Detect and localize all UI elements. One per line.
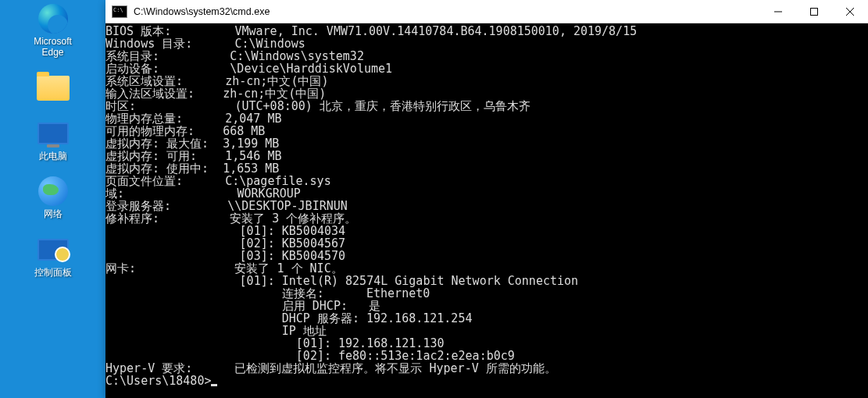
terminal-output[interactable]: BIOS 版本: VMware, Inc. VMW71.00V.14410784…: [105, 23, 868, 398]
terminal-line: [01]: KB5004034: [105, 225, 868, 237]
terminal-line: 系统区域设置: zh-cn;中文(中国): [105, 75, 868, 87]
terminal-line: Windows 目录: C:\Windows: [105, 37, 868, 50]
terminal-prompt[interactable]: C:\Users\18480>: [105, 375, 868, 387]
close-button[interactable]: [832, 0, 868, 23]
desktop-icon-folder[interactable]: [23, 73, 83, 104]
desktop-label: 此电脑: [23, 151, 83, 162]
desktop-label: 网络: [23, 208, 83, 219]
desktop-label: Microsoft Edge: [23, 36, 83, 59]
pc-icon: [36, 118, 70, 149]
terminal-line: Hyper-V 要求: 已检测到虚拟机监控程序。将不显示 Hyper-V 所需的…: [105, 362, 868, 375]
terminal-line: 虚拟内存: 使用中: 1,653 MB: [105, 162, 868, 175]
terminal-line: [01]: 192.168.121.130: [105, 337, 868, 350]
terminal-line: [02]: fe80::513e:1ac2:e2ea:b0c9: [105, 350, 868, 362]
terminal-line: 时区: (UTC+08:00) 北京，重庆，香港特别行政区，乌鲁木齐: [105, 100, 868, 112]
terminal-line: 可用的物理内存: 668 MB: [105, 125, 868, 137]
network-icon: [36, 176, 70, 207]
desktop-icon-this-pc[interactable]: 此电脑: [23, 118, 83, 162]
control-panel-icon: [36, 234, 70, 265]
minimize-button[interactable]: [760, 0, 796, 23]
terminal-line: [03]: KB5004570: [105, 250, 868, 262]
terminal-line: DHCP 服务器: 192.168.121.254: [105, 312, 868, 325]
terminal-line: 网卡: 安装了 1 个 NIC。: [105, 262, 868, 275]
terminal-line: 域: WORKGROUP: [105, 187, 868, 200]
svg-rect-1: [811, 8, 818, 15]
window-controls: [760, 0, 868, 23]
cursor: [211, 384, 217, 386]
terminal-line: 虚拟内存: 可用: 1,546 MB: [105, 150, 868, 162]
maximize-button[interactable]: [796, 0, 832, 23]
terminal-line: BIOS 版本: VMware, Inc. VMW71.00V.14410784…: [105, 25, 868, 37]
desktop-label: 控制面板: [23, 267, 83, 278]
edge-icon: [36, 3, 70, 34]
terminal-line: 输入法区域设置: zh-cn;中文(中国): [105, 87, 868, 100]
folder-icon: [36, 73, 70, 104]
terminal-line: 启用 DHCP: 是: [105, 300, 868, 312]
cmd-icon: [112, 5, 127, 18]
window-title: C:\Windows\system32\cmd.exe: [132, 6, 760, 17]
titlebar[interactable]: C:\Windows\system32\cmd.exe: [105, 0, 868, 23]
cmd-window: C:\Windows\system32\cmd.exe BIOS 版本: VMw…: [105, 0, 868, 398]
terminal-line: [01]: Intel(R) 82574L Gigabit Network Co…: [105, 275, 868, 287]
desktop-icon-edge[interactable]: Microsoft Edge: [23, 3, 83, 59]
desktop-icon-control-panel[interactable]: 控制面板: [23, 234, 83, 278]
terminal-line: [02]: KB5004567: [105, 237, 868, 250]
terminal-line: 系统目录: C:\Windows\system32: [105, 50, 868, 62]
terminal-line: 物理内存总量: 2,047 MB: [105, 112, 868, 125]
terminal-line: 修补程序: 安装了 3 个修补程序。: [105, 212, 868, 225]
terminal-line: 连接名: Ethernet0: [105, 287, 868, 300]
terminal-line: IP 地址: [105, 325, 868, 337]
terminal-line: 登录服务器: \\DESKTOP-JBIRNUN: [105, 200, 868, 212]
terminal-line: 启动设备: \Device\HarddiskVolume1: [105, 62, 868, 75]
desktop: Microsoft Edge 此电脑 网络 控制面板: [0, 0, 105, 292]
desktop-icon-network[interactable]: 网络: [23, 176, 83, 219]
terminal-line: 虚拟内存: 最大值: 3,199 MB: [105, 137, 868, 150]
terminal-line: 页面文件位置: C:\pagefile.sys: [105, 175, 868, 187]
